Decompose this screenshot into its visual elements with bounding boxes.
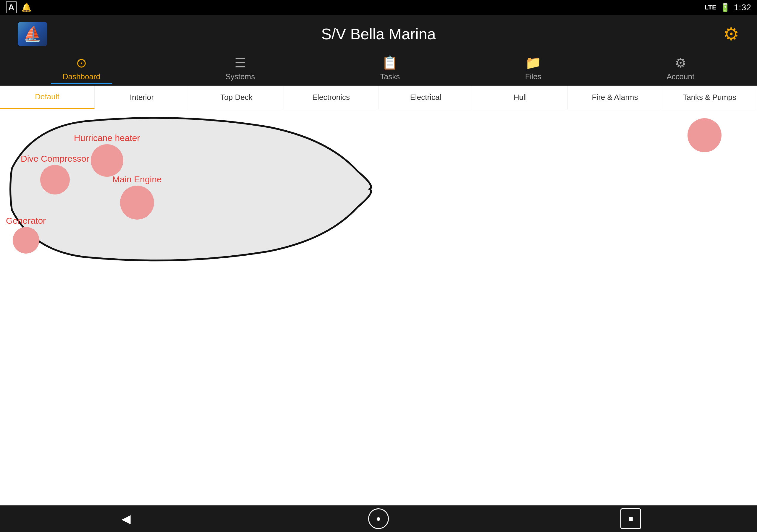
tab-tasks[interactable]: 📋 Tasks — [369, 55, 411, 84]
tab-files[interactable]: 📁 Files — [513, 55, 553, 84]
boat-diagram: Dive Compressor Hurricane heater Main En… — [3, 115, 376, 263]
main-engine-dot[interactable] — [120, 186, 154, 220]
boat-thumb-image — [18, 22, 47, 46]
main-engine-label: Main Engine — [112, 174, 162, 185]
nav-tabs: ⊙ Dashboard ☰ Systems 📋 Tasks 📁 Files ⚙ … — [0, 53, 757, 86]
notification-a-icon: A — [6, 1, 16, 13]
tab-dashboard[interactable]: ⊙ Dashboard — [51, 55, 112, 84]
cat-tab-default[interactable]: Default — [0, 86, 95, 109]
category-tabs: Default Interior Top Deck Electronics El… — [0, 86, 757, 109]
settings-gear-icon[interactable]: ⚙ — [723, 24, 739, 44]
status-left: A 🔔 — [6, 1, 32, 13]
tab-systems[interactable]: ☰ Systems — [214, 55, 267, 84]
back-button[interactable]: ◀ — [116, 508, 136, 529]
main-engine-item[interactable]: Main Engine — [112, 174, 162, 220]
account-icon: ⚙ — [675, 55, 686, 70]
dive-compressor-dot[interactable] — [40, 165, 70, 194]
home-button[interactable]: ● — [368, 508, 389, 529]
generator-item[interactable]: Generator — [6, 216, 46, 253]
notification-bell-icon: 🔔 — [21, 3, 32, 13]
status-bar: A 🔔 LTE 🔋 1:32 — [0, 0, 757, 15]
cat-tab-hull[interactable]: Hull — [473, 86, 568, 109]
hurricane-heater-dot[interactable] — [91, 144, 123, 177]
generator-label: Generator — [6, 216, 46, 226]
outside-equipment-dot[interactable] — [687, 118, 721, 152]
cat-tab-tanks-pumps[interactable]: Tanks & Pumps — [662, 86, 757, 109]
time-display: 1:32 — [734, 2, 751, 13]
battery-icon: 🔋 — [720, 3, 730, 13]
tab-account[interactable]: ⚙ Account — [655, 55, 706, 84]
lte-icon: LTE — [705, 4, 716, 11]
app-title: S/V Bella Marina — [321, 25, 436, 43]
boat-thumbnail[interactable] — [18, 22, 47, 46]
hurricane-heater-label: Hurricane heater — [74, 133, 140, 143]
cat-tab-electronics[interactable]: Electronics — [284, 86, 378, 109]
files-icon: 📁 — [525, 55, 541, 70]
main-content: Dive Compressor Hurricane heater Main En… — [0, 109, 757, 505]
bottom-nav: ◀ ● ■ — [0, 505, 757, 532]
tasks-icon: 📋 — [382, 55, 398, 70]
dashboard-icon: ⊙ — [76, 55, 87, 70]
cat-tab-fire-alarms[interactable]: Fire & Alarms — [568, 86, 662, 109]
status-right: LTE 🔋 1:32 — [705, 2, 751, 13]
top-nav-bar: S/V Bella Marina ⚙ — [0, 15, 757, 53]
hurricane-heater-item[interactable]: Hurricane heater — [74, 133, 140, 177]
generator-dot[interactable] — [13, 227, 39, 253]
cat-tab-interior[interactable]: Interior — [95, 86, 189, 109]
cat-tab-top-deck[interactable]: Top Deck — [189, 86, 284, 109]
recent-apps-button[interactable]: ■ — [621, 508, 641, 529]
cat-tab-electrical[interactable]: Electrical — [378, 86, 473, 109]
systems-icon: ☰ — [234, 55, 246, 70]
